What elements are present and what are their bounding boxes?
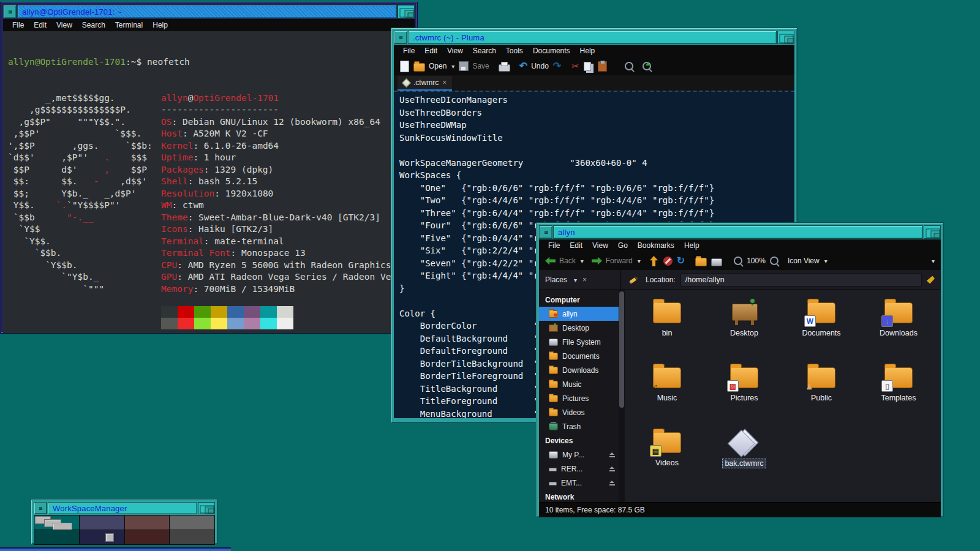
replace-button[interactable] [643,62,651,70]
close-sidebar-button[interactable]: × [582,276,587,284]
menu-item-view[interactable]: View [52,20,77,31]
sidebar-item-downloads[interactable]: Downloads [539,363,619,377]
eject-icon[interactable] [609,452,615,457]
location-input[interactable]: /home/allyn [680,273,922,287]
sidebar-item-music[interactable]: Music [539,377,619,391]
file-music[interactable]: ♫Music [628,364,706,429]
menu-item-help[interactable]: Help [576,45,600,56]
file-desktop[interactable]: Desktop [706,299,783,364]
places-panel-header[interactable]: Places ▾ × [539,270,620,290]
resize-grip-icon[interactable] [198,502,215,514]
sidebar-scrollbar[interactable] [619,290,625,502]
resize-grip-icon[interactable] [924,225,941,239]
toolbar-overflow-button[interactable]: ▾ [930,258,935,264]
zoom-level[interactable]: 100% [747,257,766,265]
menu-item-edit[interactable]: Edit [420,45,442,56]
wsm-title-area[interactable]: WorkSpaceManager [48,502,197,514]
file-icon-view[interactable]: binDesktopWDocuments↓Downloads♫Music▨Pic… [625,290,941,502]
home-button[interactable] [695,255,707,266]
pluma-title-area[interactable]: .ctwmrc (~) - Pluma [408,31,777,44]
back-button[interactable]: Back▾ [545,257,584,265]
menu-item-terminal[interactable]: Terminal [111,20,147,31]
menu-item-go[interactable]: Go [614,240,632,251]
undo-button[interactable]: ↶Undo [519,61,549,71]
workspace-cell-six[interactable] [80,530,124,544]
menu-item-edit[interactable]: Edit [565,240,587,251]
stop-button[interactable] [663,257,673,266]
sidebar-item-my-p-[interactable]: My P... [539,448,619,462]
file-documents[interactable]: WDocuments [783,299,860,364]
sidebar-item-videos[interactable]: Videos [539,405,619,419]
open-button[interactable]: Open▾ [413,61,454,72]
menu-item-bookmarks[interactable]: Bookmarks [633,240,679,251]
up-button[interactable] [649,257,659,265]
sidebar-item-emt-[interactable]: EMT... [539,476,619,490]
menu-item-file[interactable]: File [8,20,28,31]
offscreen-window-edge[interactable] [0,547,231,551]
menu-item-file[interactable]: File [544,240,564,251]
tab-close-button[interactable]: × [442,78,447,87]
menu-item-tools[interactable]: Tools [502,45,527,56]
sidebar-item-allyn[interactable]: allyn [539,307,619,321]
file-downloads[interactable]: ↓Downloads [860,299,937,364]
redo-button[interactable]: ↷ [553,61,561,71]
sidebar-item-file-system[interactable]: File System [539,335,619,349]
workspace-cell-four[interactable] [170,515,214,530]
menu-item-help[interactable]: Help [148,20,172,31]
sidebar-item-pictures[interactable]: Pictures [539,391,619,405]
wsm-titlebar[interactable]: WorkSpaceManager [34,502,215,514]
file-videos[interactable]: ▤Videos [628,429,706,493]
menu-item-search[interactable]: Search [78,20,110,31]
workspace-cell-one[interactable] [34,515,79,530]
paste-button[interactable] [598,61,607,72]
window-menu-button[interactable] [394,31,407,44]
new-document-button[interactable] [400,61,409,72]
file-bak-ctwmrc[interactable]: bak.ctwmrc [706,429,783,493]
file-pictures[interactable]: ▨Pictures [706,364,783,429]
window-menu-button[interactable] [539,225,552,239]
terminal-titlebar[interactable]: allyn@OptiGrendel-1701: ~ [3,5,415,18]
view-mode-select[interactable]: Icon View▾ [788,257,827,265]
menu-item-file[interactable]: File [399,45,419,56]
computer-button[interactable] [711,256,722,266]
workspace-cell-eight[interactable] [170,530,214,544]
workspace-cell-three[interactable] [125,515,170,530]
menu-item-search[interactable]: Search [469,45,500,56]
sidebar-item-documents[interactable]: Documents [539,349,619,363]
window-menu-button[interactable] [3,5,17,18]
tab-ctwmrc[interactable]: .ctwmrc × [398,76,452,91]
caja-titlebar[interactable]: allyn [539,225,941,239]
zoom-in-button[interactable] [770,257,778,265]
workspace-cell-seven[interactable] [125,530,170,544]
edit-location-icon[interactable] [629,276,638,284]
caja-title-area[interactable]: allyn [553,225,923,239]
sidebar-item-rer-[interactable]: RER... [539,462,619,476]
pluma-titlebar[interactable]: .ctwmrc (~) - Pluma [394,31,794,44]
resize-grip-icon[interactable] [777,31,794,44]
file-templates[interactable]: ▯Templates [860,364,937,429]
sidebar-item-trash[interactable]: Trash [539,419,619,433]
copy-button[interactable] [584,62,594,71]
menu-item-view[interactable]: View [443,45,467,56]
eject-icon[interactable] [609,467,615,471]
window-menu-button[interactable] [34,502,47,514]
forward-button[interactable]: Forward▾ [592,257,641,265]
file-public[interactable]: ♟Public [783,364,860,429]
workspace-cell-five[interactable] [34,530,79,544]
cut-button[interactable]: ✂ [571,61,579,72]
terminal-content[interactable]: allyn@OptiGrendel-1701:~$ neofetch _,met… [3,31,415,333]
sidebar-item-desktop[interactable]: Desktop [539,321,619,335]
zoom-out-button[interactable] [734,257,742,265]
menu-item-documents[interactable]: Documents [529,45,575,56]
eject-icon[interactable] [609,481,615,485]
go-button[interactable] [927,276,935,284]
find-button[interactable] [625,62,633,70]
print-button[interactable] [499,61,510,72]
menu-item-view[interactable]: View [588,240,612,251]
resize-grip-icon[interactable] [398,5,415,18]
reload-button[interactable]: ↻ [677,256,685,266]
menu-item-edit[interactable]: Edit [29,20,51,31]
workspace-cell-two[interactable] [80,515,124,530]
save-button[interactable]: Save [459,61,489,71]
menu-item-help[interactable]: Help [680,240,704,251]
